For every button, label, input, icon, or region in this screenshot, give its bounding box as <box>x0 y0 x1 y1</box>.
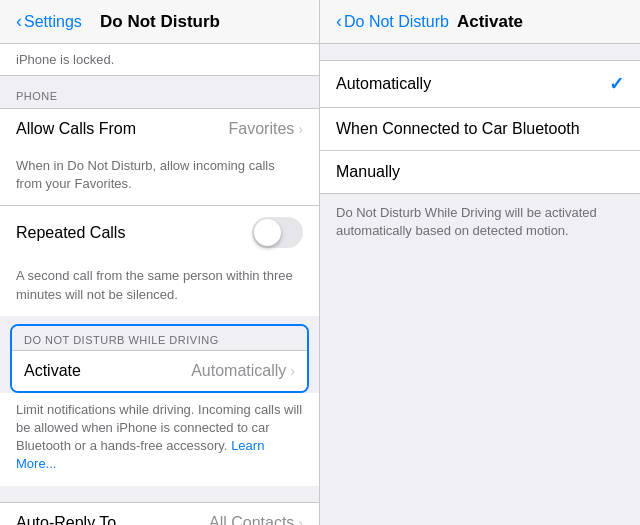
spacer <box>0 486 319 502</box>
activate-options-list: Automatically ✓ When Connected to Car Bl… <box>320 60 640 194</box>
toggle-knob <box>254 219 281 246</box>
allow-calls-cell[interactable]: Allow Calls From Favorites › <box>0 108 319 149</box>
activate-note: Do Not Disturb While Driving will be act… <box>320 194 640 250</box>
repeated-calls-label: Repeated Calls <box>16 224 125 242</box>
option-label: Manually <box>336 163 400 181</box>
option-car-bluetooth[interactable]: When Connected to Car Bluetooth <box>320 107 640 150</box>
driving-section: DO NOT DISTURB WHILE DRIVING Activate Au… <box>10 324 309 393</box>
chevron-right-icon: › <box>298 515 303 526</box>
iphone-locked-note: iPhone is locked. <box>0 44 319 76</box>
chevron-left-icon: ‹ <box>16 11 22 32</box>
page-title: Do Not Disturb <box>100 12 220 32</box>
activate-value: Automatically › <box>191 362 295 380</box>
settings-back-button[interactable]: ‹ Settings <box>16 11 82 32</box>
phone-section-header: PHONE <box>0 76 319 108</box>
right-panel: ‹ Do Not Disturb Activate Automatically … <box>320 0 640 525</box>
left-panel: ‹ Settings Do Not Disturb iPhone is lock… <box>0 0 320 525</box>
auto-reply-to-label: Auto-Reply To <box>16 514 116 526</box>
driving-section-header: DO NOT DISTURB WHILE DRIVING <box>12 326 307 350</box>
option-label: When Connected to Car Bluetooth <box>336 120 580 138</box>
allow-calls-note: When in Do Not Disturb, allow incoming c… <box>0 149 319 205</box>
chevron-right-icon: › <box>298 121 303 137</box>
option-manually[interactable]: Manually <box>320 150 640 194</box>
left-nav-bar: ‹ Settings Do Not Disturb <box>0 0 320 44</box>
activate-cell[interactable]: Activate Automatically › <box>12 350 307 391</box>
right-nav-bar: ‹ Do Not Disturb Activate <box>320 0 640 44</box>
repeated-calls-note: A second call from the same person withi… <box>0 259 319 315</box>
repeated-calls-cell[interactable]: Repeated Calls <box>0 205 319 259</box>
back-label: Settings <box>24 13 82 31</box>
driving-note: Limit notifications while driving. Incom… <box>0 393 319 486</box>
option-label: Automatically <box>336 75 431 93</box>
activate-label: Activate <box>24 362 81 380</box>
checkmark-icon: ✓ <box>609 73 624 95</box>
right-page-title: Activate <box>457 12 523 32</box>
auto-reply-to-value: All Contacts › <box>209 514 303 526</box>
allow-calls-label: Allow Calls From <box>16 120 136 138</box>
option-automatically[interactable]: Automatically ✓ <box>320 60 640 107</box>
allow-calls-value: Favorites › <box>229 120 303 138</box>
left-section-list: iPhone is locked. PHONE Allow Calls From… <box>0 44 319 525</box>
chevron-right-icon: › <box>290 363 295 379</box>
chevron-left-icon: ‹ <box>336 11 342 32</box>
auto-reply-to-cell[interactable]: Auto-Reply To All Contacts › <box>0 502 319 526</box>
repeated-calls-toggle[interactable] <box>252 217 303 248</box>
do-not-disturb-back-button[interactable]: ‹ Do Not Disturb <box>336 11 449 32</box>
back-label: Do Not Disturb <box>344 13 449 31</box>
